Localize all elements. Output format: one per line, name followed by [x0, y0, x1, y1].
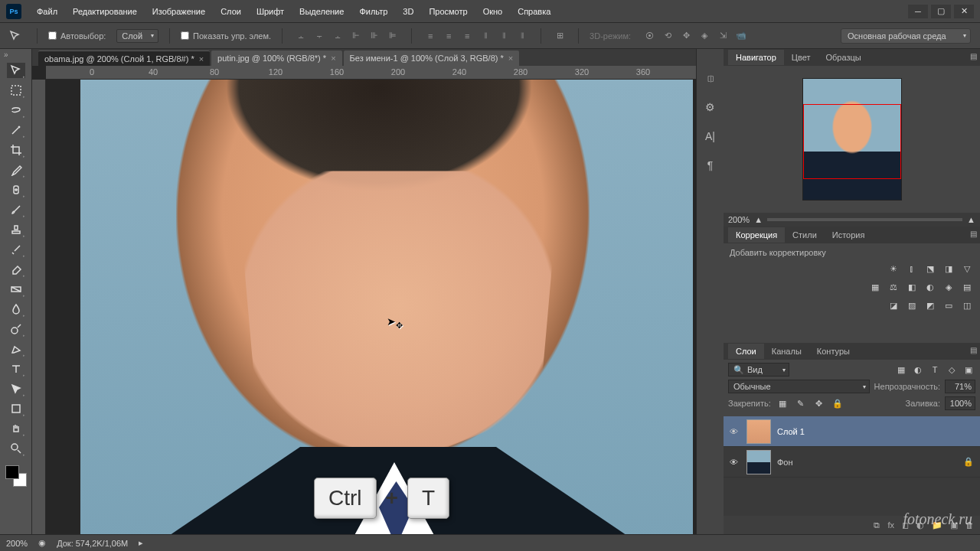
channels-tab[interactable]: Каналы: [764, 344, 809, 359]
3d-icon[interactable]: ⦿: [642, 29, 657, 43]
blend-mode-select[interactable]: Обычные: [728, 380, 870, 393]
show-transform-checkbox[interactable]: Показать упр. элем.: [181, 31, 271, 41]
zoom-in-icon[interactable]: ▲: [967, 215, 975, 224]
close-icon[interactable]: ×: [331, 54, 335, 63]
close-icon[interactable]: ×: [199, 54, 204, 64]
filter-adjust-icon[interactable]: ◐: [911, 363, 925, 377]
menu-3d[interactable]: 3D: [395, 2, 421, 21]
filter-type-icon[interactable]: T: [928, 363, 942, 377]
eyedropper-tool[interactable]: [7, 162, 25, 178]
distribute-icon[interactable]: ⦀: [496, 29, 511, 43]
menu-window[interactable]: Окно: [475, 2, 511, 21]
dodge-tool[interactable]: [7, 321, 25, 337]
maximize-button[interactable]: ▢: [931, 5, 951, 18]
layer-row[interactable]: 👁 Слой 1: [724, 416, 980, 447]
marquee-tool[interactable]: [7, 83, 25, 98]
visibility-icon[interactable]: 👁: [730, 458, 740, 467]
history-brush-tool[interactable]: [7, 242, 25, 257]
status-zoom[interactable]: 200%: [6, 539, 28, 548]
layer-row[interactable]: 👁 Фон 🔒: [724, 447, 980, 478]
mixer-icon[interactable]: ◈: [942, 280, 956, 294]
character-icon[interactable]: A|: [705, 130, 715, 142]
crop-tool[interactable]: [7, 142, 25, 158]
lock-pixels-icon[interactable]: ✎: [794, 396, 808, 410]
visibility-icon[interactable]: 👁: [730, 427, 740, 436]
fill-input[interactable]: 100%: [945, 396, 975, 410]
vibrance-icon[interactable]: ▽: [960, 262, 974, 276]
layers-tab[interactable]: Слои: [728, 344, 764, 359]
canvas[interactable]: ➤✥ Ctrl + T: [46, 80, 696, 534]
eraser-tool[interactable]: [7, 262, 25, 277]
distribute-icon[interactable]: ⦀: [478, 29, 493, 43]
link-layers-icon[interactable]: ⧉: [874, 520, 880, 530]
opacity-input[interactable]: 71%: [945, 380, 975, 393]
levels-icon[interactable]: ⫿: [905, 262, 919, 276]
navigator-viewbox[interactable]: [803, 104, 901, 179]
workspace-select[interactable]: Основная рабочая среда: [841, 28, 971, 44]
lock-all-icon[interactable]: 🔒: [831, 396, 844, 410]
3d-icon[interactable]: ⇲: [715, 29, 730, 43]
filter-smart-icon[interactable]: ▣: [962, 363, 975, 377]
autoalign-icon[interactable]: ⊞: [552, 29, 567, 43]
hue-icon[interactable]: ▦: [868, 280, 882, 294]
colorbal-icon[interactable]: ⚖: [887, 280, 900, 294]
swatches-tab[interactable]: Образцы: [818, 50, 869, 65]
document-tab[interactable]: obama.jpg @ 200% (Слой 1, RGB/8#) *×: [38, 51, 210, 66]
align-right-icon[interactable]: ⊫: [385, 29, 400, 43]
bw-icon[interactable]: ◧: [905, 280, 919, 294]
brightness-icon[interactable]: ☀: [887, 262, 900, 276]
gradient-tool[interactable]: [7, 282, 25, 297]
heal-tool[interactable]: [7, 182, 25, 197]
stamp-tool[interactable]: [7, 222, 25, 237]
filter-shape-icon[interactable]: ◇: [945, 363, 959, 377]
3d-icon[interactable]: ◈: [697, 29, 712, 43]
lut-icon[interactable]: ▤: [960, 280, 974, 294]
hand-tool[interactable]: [7, 421, 25, 436]
history-icon[interactable]: ⎅: [707, 72, 714, 84]
layer-name[interactable]: Слой 1: [777, 427, 805, 436]
zoom-slider[interactable]: [767, 218, 962, 221]
minimize-button[interactable]: ─: [908, 5, 928, 18]
menu-select[interactable]: Выделение: [292, 2, 351, 21]
menu-view[interactable]: Просмотр: [421, 2, 475, 21]
status-chevron-icon[interactable]: ▸: [139, 538, 143, 548]
curves-icon[interactable]: ⬔: [923, 262, 937, 276]
photofilter-icon[interactable]: ◐: [923, 280, 937, 294]
navigator-preview[interactable]: [724, 66, 980, 213]
menu-file[interactable]: Файл: [29, 2, 65, 21]
3d-icon[interactable]: ⟲: [660, 29, 675, 43]
layer-name[interactable]: Фон: [777, 458, 793, 467]
autoselect-target-select[interactable]: Слой: [116, 29, 158, 43]
panel-menu-icon[interactable]: ▤: [970, 346, 977, 354]
layer-thumbnail[interactable]: [746, 450, 771, 474]
layer-fx-icon[interactable]: fx: [887, 520, 894, 530]
lock-icon[interactable]: 🔒: [963, 457, 974, 467]
color-swatches[interactable]: [5, 465, 27, 487]
paragraph-icon[interactable]: ¶: [707, 159, 714, 171]
align-vcenter-icon[interactable]: ⫟: [312, 29, 327, 43]
menu-type[interactable]: Шрифт: [249, 2, 292, 21]
active-tool-icon[interactable]: [9, 29, 26, 43]
ruler-vertical[interactable]: [32, 80, 46, 534]
adjustments-icon[interactable]: ⚙: [705, 101, 715, 113]
distribute-icon[interactable]: ≡: [423, 29, 438, 43]
status-doc[interactable]: Док: 574,2K/1,06M: [57, 539, 128, 548]
adjustments-tab[interactable]: Коррекция: [728, 227, 785, 243]
exposure-icon[interactable]: ◨: [942, 262, 956, 276]
lasso-tool[interactable]: [7, 103, 25, 118]
panel-menu-icon[interactable]: ▤: [970, 230, 977, 238]
selective-icon[interactable]: ◫: [960, 298, 974, 312]
distribute-icon[interactable]: ⦀: [514, 29, 530, 43]
lock-position-icon[interactable]: ✥: [812, 396, 826, 410]
close-icon[interactable]: ×: [508, 54, 513, 63]
pen-tool[interactable]: [7, 341, 25, 357]
document-tab[interactable]: putin.jpg @ 100% (RGB/8*) *×: [211, 51, 341, 66]
zoom-tool[interactable]: [7, 441, 25, 456]
align-bottom-icon[interactable]: ⫠: [330, 29, 345, 43]
menu-edit[interactable]: Редактирование: [65, 2, 145, 21]
autoselect-checkbox[interactable]: Автовыбор:: [48, 31, 106, 41]
lock-transparent-icon[interactable]: ▦: [776, 396, 789, 410]
menu-layers[interactable]: Слои: [213, 2, 249, 21]
filter-pixel-icon[interactable]: ▦: [894, 363, 908, 377]
close-button[interactable]: ✕: [954, 5, 974, 18]
